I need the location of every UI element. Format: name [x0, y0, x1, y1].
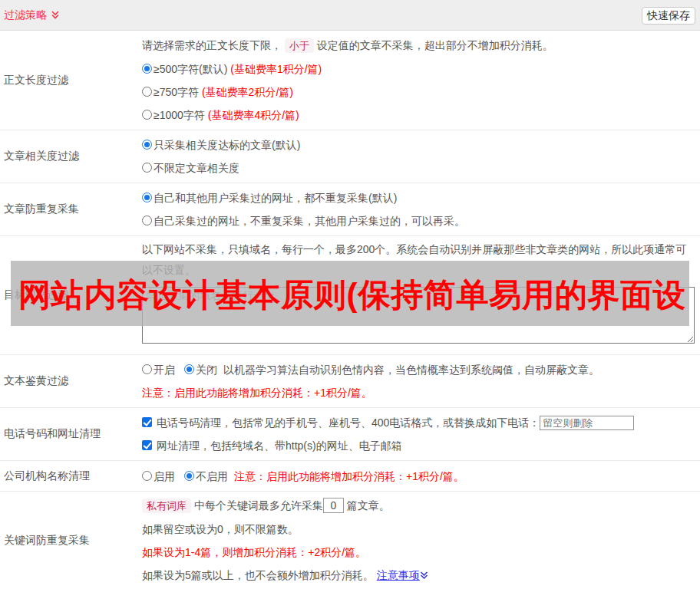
chevron-double-down-icon[interactable]: [51, 10, 60, 22]
row-keyword-dedup: 关键词防重复采集 私有词库 中每个关键词最多允许采集 篇文章。 如果留空或设为0…: [0, 492, 700, 589]
row-relevance-filter: 文章相关度过滤 只采集相关度达标的文章(默认) 不限定文章相关度: [0, 130, 700, 183]
url-clean-option: 网址清理，包括纯域名、带http(s)的网址、电子邮箱: [142, 434, 695, 457]
row-dedup-filter: 文章防重复采集 自己和其他用户采集过的网址，都不重复采集(默认) 自己采集过的网…: [0, 183, 700, 236]
radio-porn-on[interactable]: [142, 364, 152, 374]
keyword-limit-line: 私有词库 中每个关键词最多允许采集 篇文章。: [142, 494, 695, 518]
radio-dedup-own[interactable]: [142, 216, 152, 225]
row-label: 文本鉴黄过滤: [0, 355, 142, 407]
radio-750-chars[interactable]: [142, 87, 152, 97]
row-porn-filter: 文本鉴黄过滤 开启关闭以机器学习算法自动识别色情内容，当色情概率达到系统阈值，自…: [0, 355, 700, 408]
section-header: 过滤策略 快速保存: [0, 0, 700, 31]
row-length-filter: 正文长度过滤 请选择需求的正文长度下限， 小于 设定值的文章不采集，超出部分不增…: [0, 31, 700, 130]
dedup-option-2: 自己采集过的网址，不重复采集，其他用户采集过的，可以再采。: [142, 209, 695, 232]
row-label: 文章防重复采集: [0, 183, 142, 235]
porn-note: 注意：启用此功能将增加积分消耗：+1积分/篇。: [142, 381, 695, 404]
checkbox-url-clean[interactable]: [142, 440, 152, 450]
dedup-option-1: 自己和其他用户采集过的网址，都不重复采集(默认): [142, 186, 695, 209]
radio-500-chars[interactable]: [142, 64, 152, 74]
radio-company-off[interactable]: [184, 471, 194, 481]
porn-options: 开启关闭以机器学习算法自动识别色情内容，当色情概率达到系统阈值，自动屏蔽文章。: [142, 358, 695, 381]
row-label: 关键词防重复采集: [0, 492, 142, 589]
link-chevron-double-down-icon[interactable]: [420, 564, 428, 587]
row-company-clean: 公司机构名称清理 启用不启用注意：启用此功能将增加积分消耗：+1积分/篇。: [0, 461, 700, 492]
checkbox-phone-clean[interactable]: [142, 417, 152, 427]
length-option-1000: ≥1000字符 (基础费率4积分/篇): [142, 104, 695, 127]
quick-save-button[interactable]: 快速保存: [642, 7, 695, 25]
overlay-title-text: 网站内容设计基本原则(保持简单易用的界面设: [18, 274, 686, 317]
keyword-note-3: 如果设为5篇或以上，也不会额外增加积分消耗。 注意事项: [142, 564, 695, 587]
row-label: 公司机构名称清理: [0, 461, 142, 491]
replacement-phone-input[interactable]: [540, 416, 634, 430]
company-options: 启用不启用注意：启用此功能将增加积分消耗：+1积分/篇。: [142, 465, 695, 488]
radio-relevance-any[interactable]: [142, 163, 152, 173]
phone-clean-option: 电话号码清理，包括常见的手机号、座机号、400电话格式，或替换成如下电话：: [142, 411, 695, 434]
row-label: 正文长度过滤: [0, 31, 142, 130]
relevance-option-2: 不限定文章相关度: [142, 156, 695, 179]
radio-relevance-strict[interactable]: [142, 140, 152, 150]
radio-porn-off[interactable]: [184, 364, 194, 374]
length-option-750: ≥750字符 (基础费率2积分/篇): [142, 81, 695, 104]
row-label: 文章相关度过滤: [0, 130, 142, 183]
page-title: 过滤策略: [4, 8, 47, 22]
radio-1000-chars[interactable]: [142, 110, 152, 120]
radio-dedup-all[interactable]: [142, 192, 152, 202]
radio-company-on[interactable]: [142, 471, 152, 481]
notice-link[interactable]: 注意事项: [377, 569, 420, 581]
row-phone-clean: 电话号码和网址清理 电话号码清理，包括常见的手机号、座机号、400电话格式，或替…: [0, 408, 700, 461]
relevance-option-1: 只采集相关度达标的文章(默认): [142, 133, 695, 156]
company-note: 注意：启用此功能将增加积分消耗：+1积分/篇。: [234, 470, 464, 482]
filter-settings-page: 过滤策略 快速保存 正文长度过滤 请选择需求的正文长度下限， 小于 设定值的文章…: [0, 0, 700, 589]
length-intro: 请选择需求的正文长度下限， 小于 设定值的文章不采集，超出部分不增加积分消耗。: [142, 34, 695, 58]
row-label: 电话号码和网址清理: [0, 408, 142, 460]
length-option-500: ≥500字符(默认) (基础费率1积分/篇): [142, 58, 695, 81]
private-thesaurus-badge: 私有词库: [142, 499, 191, 513]
keyword-note-2: 如果设为1-4篇，则增加积分消耗：+2积分/篇。: [142, 541, 695, 564]
keyword-note-1: 如果留空或设为0，则不限篇数。: [142, 518, 695, 541]
less-than-highlight: 小于: [285, 38, 314, 53]
keyword-limit-input[interactable]: [323, 498, 344, 513]
drag-preview-overlay: 网站内容设计基本原则(保持简单易用的界面设: [11, 261, 689, 326]
